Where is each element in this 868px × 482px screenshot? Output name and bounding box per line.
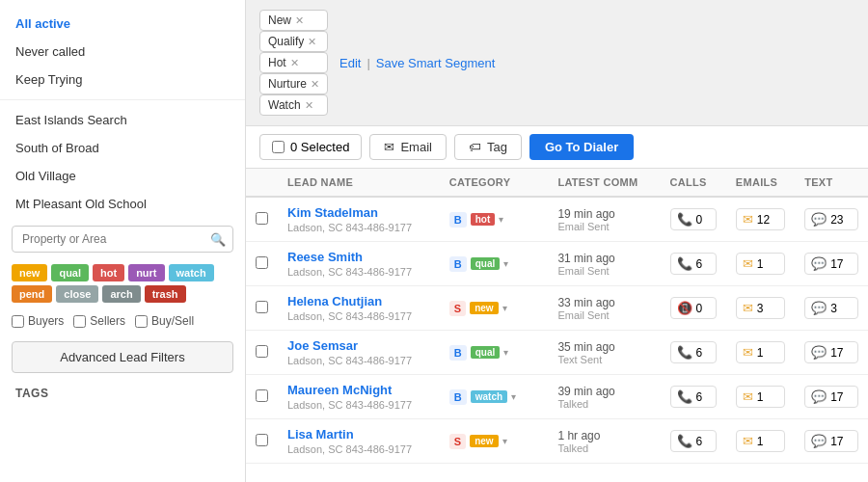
sidebar-item-old-village[interactable]: Old Village [0, 162, 245, 190]
go-to-dialer-button[interactable]: Go To Dialer [529, 134, 634, 160]
tag-pill-arch[interactable]: arch [102, 285, 140, 303]
filter-tag-new[interactable]: New ✕ [259, 10, 328, 31]
email-icon: ✉ [743, 389, 753, 404]
lead-sub: Ladson, SC 843-486-9177 [287, 355, 430, 366]
comm-type: Talked [557, 442, 650, 454]
save-smart-segment-link[interactable]: Save Smart Segment [376, 56, 496, 70]
sidebar-item-south-broad[interactable]: South of Broad [0, 134, 245, 162]
lead-name[interactable]: Helena Chutjian [287, 294, 430, 308]
tag-pill-trash[interactable]: trash [145, 285, 186, 303]
tag-pill-qual[interactable]: qual [51, 264, 89, 281]
search-input[interactable] [12, 226, 233, 253]
cat-dropdown-icon[interactable]: ▾ [502, 303, 507, 313]
property-area-search[interactable]: 🔍 [12, 226, 233, 253]
comm-time: 19 min ago [557, 207, 650, 221]
filter-actions: Edit | Save Smart Segment [339, 56, 495, 70]
filter-tag-label: Qualify [268, 35, 304, 48]
tag-pill-pend[interactable]: pend [12, 285, 52, 303]
text-icon: 💬 [811, 345, 827, 360]
select-all-checkbox[interactable] [272, 141, 285, 153]
emails-count: 3 [757, 302, 764, 315]
lead-name[interactable]: Lisa Martin [287, 427, 430, 442]
email-button[interactable]: ✉ Email [369, 134, 447, 160]
lead-name[interactable]: Joe Semsar [287, 338, 430, 353]
filter-tag-hot[interactable]: Hot ✕ [259, 52, 328, 73]
filter-tag-watch[interactable]: Watch ✕ [259, 94, 328, 116]
tag-button[interactable]: 🏷 Tag [454, 134, 522, 160]
text-stat: 💬 17 [804, 386, 858, 408]
lead-name[interactable]: Maureen McNight [287, 383, 430, 397]
tag-pill-new[interactable]: new [12, 264, 47, 281]
comm-time: 33 min ago [557, 296, 650, 309]
filter-tag-label: Nurture [268, 77, 307, 91]
category-cell: S new ▾ [449, 434, 539, 449]
tag-icon: 🏷 [469, 140, 481, 154]
text-count: 17 [830, 435, 843, 448]
leads-table-wrapper: LEAD NAMECATEGORYLATEST COMMCALLSEMAILST… [246, 169, 868, 482]
email-icon: ✉ [743, 434, 753, 448]
emails-stat: ✉ 12 [736, 208, 785, 230]
edit-link[interactable]: Edit [339, 56, 361, 70]
sidebar-item-keep-trying[interactable]: Keep Trying [0, 66, 245, 94]
text-count: 17 [830, 257, 843, 271]
cat-letter-badge: S [449, 434, 466, 449]
row-checkbox[interactable] [256, 345, 268, 358]
action-bar: 0 Selected ✉ Email 🏷 Tag Go To Dialer [246, 126, 868, 169]
calls-count: 0 [696, 302, 703, 315]
filter-tag-remove-icon[interactable]: ✕ [295, 14, 304, 27]
filter-bar: New ✕Qualify ✕Hot ✕Nurture ✕Watch ✕ Edit… [246, 0, 868, 126]
cat-dropdown-icon[interactable]: ▾ [503, 347, 508, 358]
row-checkbox[interactable] [256, 389, 268, 402]
category-cell: B qual ▾ [449, 345, 539, 361]
cat-dropdown-icon[interactable]: ▾ [511, 391, 516, 402]
buyers-checkbox[interactable]: Buyers [12, 314, 64, 328]
advanced-lead-filters-button[interactable]: Advanced Lead Filters [12, 341, 233, 373]
col-header-checkbox [246, 169, 278, 197]
cat-dropdown-icon[interactable]: ▾ [502, 436, 507, 446]
email-icon: ✉ [743, 256, 753, 271]
row-checkbox[interactable] [256, 256, 268, 269]
comm-type: Email Sent [557, 309, 650, 321]
filter-tag-nurture[interactable]: Nurture ✕ [259, 73, 328, 94]
filter-tag-remove-icon[interactable]: ✕ [305, 99, 313, 112]
row-checkbox[interactable] [256, 301, 268, 313]
text-stat: 💬 17 [804, 341, 858, 363]
table-header: LEAD NAMECATEGORYLATEST COMMCALLSEMAILST… [246, 169, 868, 197]
lead-name[interactable]: Kim Stadelman [287, 205, 430, 220]
cat-dropdown-icon[interactable]: ▾ [499, 214, 503, 225]
emails-count: 1 [757, 390, 764, 404]
tag-pill-nurt[interactable]: nurt [128, 264, 164, 281]
checkbox-row: Buyers Sellers Buy/Sell [0, 307, 245, 335]
cat-label-badge: qual [471, 346, 501, 359]
table-row: Reese Smith Ladson, SC 843-486-9177 B qu… [246, 242, 868, 286]
sidebar-item-mt-pleasant[interactable]: Mt Pleasant Old School [0, 190, 245, 218]
sidebar-item-never-called[interactable]: Never called [0, 38, 245, 66]
row-checkbox[interactable] [256, 212, 268, 225]
tag-pill-close[interactable]: close [56, 285, 98, 303]
tag-pill-hot[interactable]: hot [93, 264, 124, 281]
filter-tag-remove-icon[interactable]: ✕ [311, 78, 319, 91]
lead-sub: Ladson, SC 843-486-9177 [287, 310, 430, 322]
comm-time: 1 hr ago [557, 429, 650, 442]
sidebar-item-all-active[interactable]: All active [0, 10, 245, 38]
tag-pill-watch[interactable]: watch [169, 264, 214, 281]
lead-sub: Ladson, SC 843-486-9177 [287, 266, 430, 278]
calls-stat: 📵 0 [670, 297, 717, 319]
lead-sub: Ladson, SC 843-486-9177 [287, 443, 430, 455]
text-icon: 💬 [811, 434, 827, 448]
cat-dropdown-icon[interactable]: ▾ [503, 258, 508, 269]
comm-time: 31 min ago [557, 252, 650, 265]
col-header-LATEST COMM: LATEST COMM [548, 169, 660, 197]
lead-name[interactable]: Reese Smith [287, 250, 430, 264]
buysell-checkbox[interactable]: Buy/Sell [135, 314, 194, 328]
sellers-checkbox[interactable]: Sellers [73, 314, 125, 328]
filter-tag-label: Watch [268, 98, 301, 112]
filter-tag-remove-icon[interactable]: ✕ [290, 57, 299, 69]
text-count: 23 [830, 213, 843, 227]
table-row: Joe Semsar Ladson, SC 843-486-9177 B qua… [246, 331, 868, 375]
sidebar-item-east-islands[interactable]: East Islands Search [0, 106, 245, 134]
row-checkbox[interactable] [256, 434, 268, 446]
filter-tag-remove-icon[interactable]: ✕ [308, 36, 316, 48]
comm-time: 35 min ago [557, 340, 650, 354]
filter-tag-qualify[interactable]: Qualify ✕ [259, 31, 328, 52]
